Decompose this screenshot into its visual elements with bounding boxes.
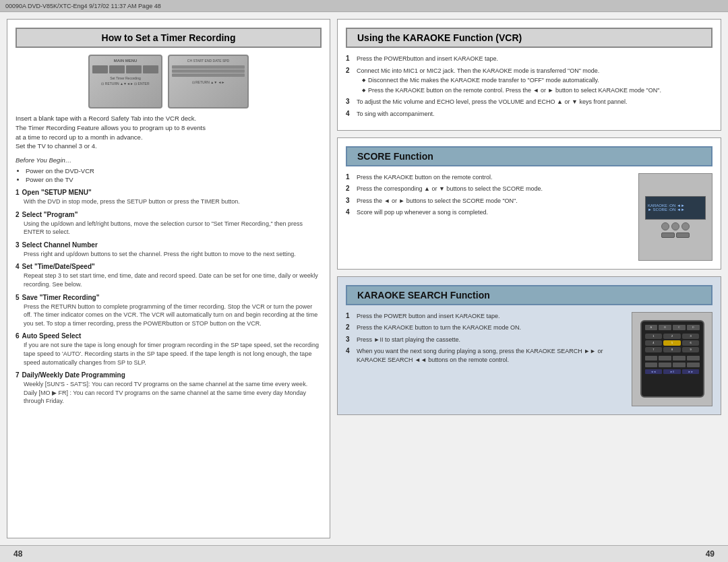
score-step-1: 1 Press the KARAOKE button on the remote… bbox=[346, 173, 632, 182]
left-column: How to Set a Timer Recording MAIN MENU S… bbox=[7, 19, 330, 538]
ks-step-3: 3 Press ►II to start playing the cassett… bbox=[346, 336, 625, 344]
ks-step-1: 1 Press the POWER button and insert KARA… bbox=[346, 312, 625, 321]
karaoke-device-image: A B C D 1 2 3 4 5 bbox=[632, 312, 712, 406]
score-step-4: 4 Score will pop up whenever a song is c… bbox=[346, 208, 632, 217]
step-4: 4Set "Time/Date/Speed" Repeat step 3 to … bbox=[16, 263, 322, 288]
karaoke-vcr-section: Using the KARAOKE Function (VCR) 1 Press… bbox=[337, 19, 721, 131]
step-7: 7Daily/Weekly Date Programming Weekly [S… bbox=[16, 371, 322, 406]
top-bar: 00090A DVD-V85K/XTC-Eng4 9/17/02 11:37 A… bbox=[0, 0, 728, 12]
karaoke-step-4: 4 To sing with accompaniment. bbox=[346, 110, 712, 119]
page-num-left: 48 bbox=[13, 549, 22, 559]
topbar-text: 00090A DVD-V85K/XTC-Eng4 9/17/02 11:37 A… bbox=[5, 3, 161, 9]
step-5: 5Save "Timer Recording" Press the RETURN… bbox=[16, 294, 322, 328]
karaoke-step-2: 2 Connect Mic into MIC1 or MIC2 jack. Th… bbox=[346, 67, 712, 95]
device-area: MAIN MENU Set Timer Recording ⊡ RETURN ▲… bbox=[16, 55, 322, 108]
score-content-area: 1 Press the KARAOKE button on the remote… bbox=[346, 173, 712, 261]
right-column: Using the KARAOKE Function (VCR) 1 Press… bbox=[337, 19, 721, 538]
left-section-header: How to Set a Timer Recording bbox=[16, 28, 322, 48]
ks-step-2: 2 Press the KARAOKE button to turn the K… bbox=[346, 323, 625, 332]
score-section: SCORE Function 1 Press the KARAOKE butto… bbox=[337, 137, 721, 270]
page-num-right: 49 bbox=[706, 549, 715, 559]
main-content: How to Set a Timer Recording MAIN MENU S… bbox=[0, 12, 728, 545]
score-device-label2: ► SCORE :ON ◄► bbox=[648, 208, 685, 212]
bullet-list: Power on the DVD-VCR Power on the TV bbox=[26, 167, 322, 183]
karaoke-subbullet-2: Press the KARAOKE button on the remote c… bbox=[357, 86, 712, 95]
karaoke-step-1: 1 Press the POWERbutton and insert KARAO… bbox=[346, 55, 712, 63]
bullet-item-2: Power on the TV bbox=[26, 176, 322, 183]
karaoke-search-content: 1 Press the POWER button and insert KARA… bbox=[346, 312, 712, 406]
step-1: 1Open "SETUP MENU" With the DVD in stop … bbox=[16, 189, 322, 206]
ks-step-4: 4 When you want the next song during pla… bbox=[346, 347, 625, 364]
karaoke-step-3: 3 To adjust the Mic volume and ECHO leve… bbox=[346, 98, 712, 106]
karaoke-vcr-header: Using the KARAOKE Function (VCR) bbox=[346, 28, 712, 48]
page-footer: 48 49 bbox=[0, 545, 728, 562]
karaoke-search-header: KARAOKE SEARCH Function bbox=[346, 285, 712, 305]
karaoke-search-text-area: 1 Press the POWER button and insert KARA… bbox=[346, 312, 625, 368]
score-step-3: 3 Press the ◄ or ► buttons to select the… bbox=[346, 197, 632, 206]
vcr-device-image: MAIN MENU Set Timer Recording ⊡ RETURN ▲… bbox=[88, 55, 162, 108]
vcr-device-image-2: CH START END DATE SPD ⊡ RETURN ▲▼ ◄► bbox=[168, 55, 249, 108]
karaoke-search-section: KARAOKE SEARCH Function 1 Press the POWE… bbox=[337, 276, 721, 415]
step-3: 3Select Channel Number Press right and u… bbox=[16, 241, 322, 259]
step-6: 6Auto Speed Select If you are not sure t… bbox=[16, 332, 322, 367]
page-container: 00090A DVD-V85K/XTC-Eng4 9/17/02 11:37 A… bbox=[0, 0, 728, 562]
karaoke-vcr-steps: 1 Press the POWERbutton and insert KARAO… bbox=[346, 55, 712, 119]
step-2: 2Select "Program" Using the up/down and … bbox=[16, 211, 322, 237]
intro-text: Insert a blank tape with a Record Safety… bbox=[16, 114, 322, 151]
left-section-title: How to Set a Timer Recording bbox=[102, 32, 236, 43]
before-begin: Before You Begin… bbox=[16, 156, 322, 164]
karaoke-subbullet-1: Disconnect the Mic makes the KARAOKE mod… bbox=[357, 76, 712, 85]
bullet-item-1: Power on the DVD-VCR bbox=[26, 167, 322, 175]
score-header: SCORE Function bbox=[346, 146, 712, 166]
score-step-2: 2 Press the corresponding ▲ or ▼ buttons… bbox=[346, 185, 632, 193]
score-device-image: KARAOKE :ON ◄► ► SCORE :ON ◄► bbox=[638, 173, 712, 261]
score-text-area: 1 Press the KARAOKE button on the remote… bbox=[346, 173, 632, 220]
timer-recording-section: How to Set a Timer Recording MAIN MENU S… bbox=[7, 19, 330, 538]
